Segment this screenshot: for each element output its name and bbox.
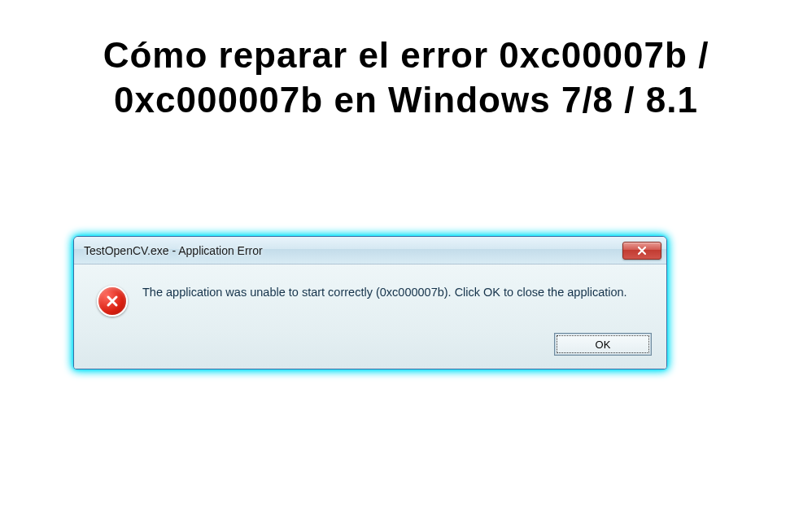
error-dialog-container: TestOpenCV.exe - Application Error Th — [73, 236, 667, 369]
ok-button[interactable]: OK — [554, 333, 652, 356]
error-icon — [97, 286, 128, 317]
dialog-button-row: OK — [74, 333, 666, 369]
dialog-content: The application was unable to start corr… — [74, 264, 666, 333]
error-message: The application was unable to start corr… — [142, 284, 644, 301]
page-headline: Cómo reparar el error 0xc00007b / 0xc000… — [0, 0, 812, 122]
dialog-titlebar[interactable]: TestOpenCV.exe - Application Error — [74, 237, 666, 264]
close-icon — [636, 245, 648, 256]
dialog-title: TestOpenCV.exe - Application Error — [84, 244, 622, 257]
close-button[interactable] — [622, 242, 661, 260]
application-error-dialog: TestOpenCV.exe - Application Error Th — [73, 236, 667, 369]
